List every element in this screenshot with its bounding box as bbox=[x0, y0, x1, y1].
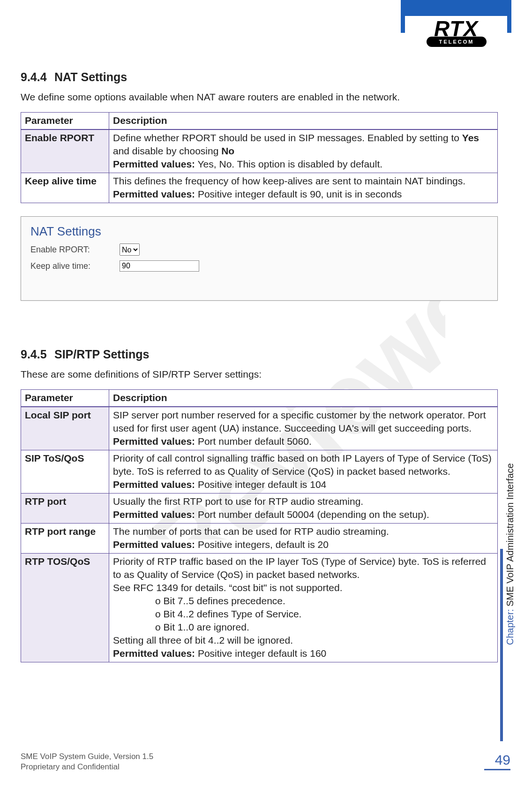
table-row: Keep alive time This defines the frequen… bbox=[21, 173, 498, 203]
param-name: Local SIP port bbox=[21, 407, 109, 450]
chapter-label: Chapter: bbox=[505, 609, 515, 645]
table-header-description: Description bbox=[109, 390, 498, 407]
nat-fig-title: NAT Settings bbox=[30, 224, 488, 239]
param-name: RTP port bbox=[21, 494, 109, 524]
table-row: RTP port range The number of ports that … bbox=[21, 524, 498, 554]
siprtp-parameters-table: Parameter Description Local SIP port SIP… bbox=[21, 389, 498, 662]
param-desc: Define whether RPORT should be used in S… bbox=[109, 129, 498, 173]
param-desc: This defines the frequency of how keep-a… bbox=[109, 173, 498, 203]
param-name: RTP TOS/QoS bbox=[21, 554, 109, 662]
footer-confidential: Proprietary and Confidential bbox=[21, 762, 120, 771]
enable-rport-select[interactable]: No bbox=[120, 243, 140, 256]
nat-fig-keepalive-label: Keep alive time: bbox=[30, 261, 120, 271]
section-heading-siprtp-title: SIP/RTP Settings bbox=[54, 348, 149, 361]
nat-fig-rport-label: Enable RPORT: bbox=[30, 245, 120, 255]
table-row: Enable RPORT Define whether RPORT should… bbox=[21, 129, 498, 173]
section-heading-nat-number: 9.4.4 bbox=[21, 70, 54, 84]
param-desc: SIP server port number reserved for a sp… bbox=[109, 407, 498, 450]
page-number-rule bbox=[484, 769, 510, 770]
section-heading-siprtp-number: 9.4.5 bbox=[21, 348, 54, 361]
footer-doc-title: SME VoIP System Guide, Version 1.5 bbox=[21, 752, 153, 761]
table-header-parameter: Parameter bbox=[21, 390, 109, 407]
table-header-parameter: Parameter bbox=[21, 113, 109, 130]
param-name: Enable RPORT bbox=[21, 129, 109, 173]
param-desc: Usually the first RTP port to use for RT… bbox=[109, 494, 498, 524]
table-row: SIP ToS/QoS Priority of call control sig… bbox=[21, 450, 498, 494]
footer-left: SME VoIP System Guide, Version 1.5 Propr… bbox=[21, 752, 153, 772]
param-name: RTP port range bbox=[21, 524, 109, 554]
param-name: Keep alive time bbox=[21, 173, 109, 203]
table-row: RTP port Usually the first RTP port to u… bbox=[21, 494, 498, 524]
chapter-side-tag: Chapter: SME VoIP Administration Interfa… bbox=[500, 549, 513, 741]
brand-logo-subtext: TELECOM bbox=[427, 37, 487, 47]
table-header-description: Description bbox=[109, 113, 498, 130]
page-number: 49 bbox=[484, 752, 510, 768]
chapter-value: SME VoIP Administration Interface bbox=[505, 463, 515, 609]
section-siprtp-intro: These are some definitions of SIP/RTP Se… bbox=[21, 368, 499, 381]
footer-page: 49 bbox=[484, 752, 510, 770]
nat-settings-screenshot: NAT Settings Enable RPORT: No Keep alive… bbox=[21, 216, 498, 301]
chapter-side-rule bbox=[500, 549, 503, 741]
table-row: RTP TOS/QoS Priority of RTP traffic base… bbox=[21, 554, 498, 662]
nat-parameters-table: Parameter Description Enable RPORT Defin… bbox=[21, 112, 498, 203]
section-nat-intro: We define some options available when NA… bbox=[21, 91, 499, 104]
param-desc: The number of ports that can be used for… bbox=[109, 524, 498, 554]
section-heading-nat: 9.4.4NAT Settings bbox=[21, 70, 499, 84]
param-name: SIP ToS/QoS bbox=[21, 450, 109, 494]
keep-alive-time-input[interactable] bbox=[120, 260, 199, 272]
param-desc: Priority of RTP traffic based on the IP … bbox=[109, 554, 498, 662]
section-heading-nat-title: NAT Settings bbox=[54, 70, 127, 84]
param-desc: Priority of call control signalling traf… bbox=[109, 450, 498, 494]
table-row: Local SIP port SIP server port number re… bbox=[21, 407, 498, 450]
section-heading-siprtp: 9.4.5SIP/RTP Settings bbox=[21, 348, 499, 361]
